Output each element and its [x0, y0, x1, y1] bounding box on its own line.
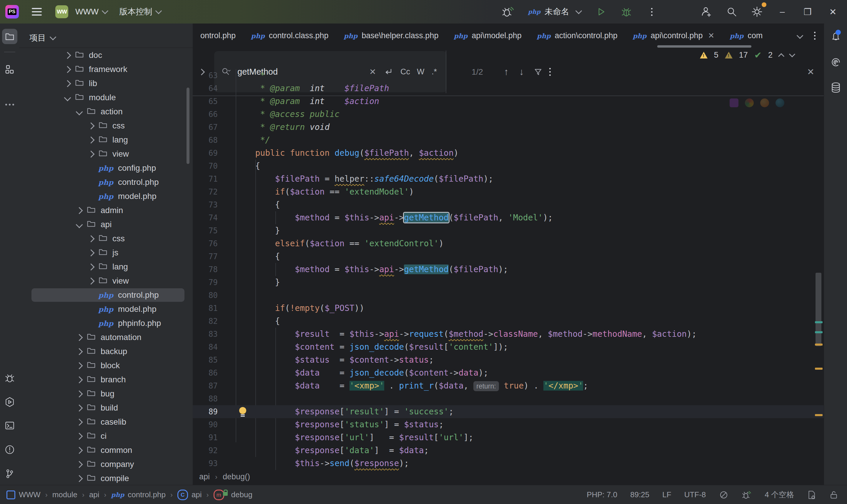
- tree-chevron-icon[interactable]: [87, 263, 94, 270]
- editor-tab-action-control.php[interactable]: phpaction\control.php: [529, 23, 625, 48]
- tree-row-lib[interactable]: lib: [19, 76, 193, 91]
- line-number[interactable]: 64: [193, 82, 218, 95]
- tree-row-doc[interactable]: doc: [19, 48, 193, 62]
- status-widget-unlocked[interactable]: [829, 490, 838, 500]
- tree-row-common[interactable]: common: [19, 443, 193, 457]
- status-widget-UTF-8[interactable]: UTF-8: [684, 490, 706, 499]
- tree-row-bug[interactable]: bug: [19, 387, 193, 401]
- minimize-button[interactable]: –: [774, 7, 791, 17]
- editor-tab-control.class.php[interactable]: phpcontrol.class.php: [243, 23, 336, 48]
- more-toolwindows-button[interactable]: [2, 97, 17, 112]
- tree-row-model.php[interactable]: phpmodel.php: [19, 189, 193, 203]
- line-number[interactable]: 92: [193, 444, 218, 457]
- line-number[interactable]: 74: [193, 211, 218, 224]
- tree-row-view[interactable]: view: [19, 147, 193, 161]
- status-widget-89:25[interactable]: 89:25: [630, 490, 649, 499]
- status-widget-debug-listener[interactable]: [742, 490, 752, 500]
- ai-assistant-button[interactable]: [828, 55, 844, 70]
- warning-mark[interactable]: [815, 367, 823, 370]
- line-number[interactable]: 93: [193, 457, 218, 470]
- line-number[interactable]: 85: [193, 354, 218, 366]
- line-number[interactable]: 70: [193, 160, 218, 173]
- status-widget-LF[interactable]: LF: [662, 490, 671, 499]
- line-number[interactable]: 89: [193, 405, 218, 418]
- line-number[interactable]: 78: [193, 263, 218, 276]
- line-number[interactable]: 91: [193, 431, 218, 444]
- tree-row-lang[interactable]: lang: [19, 133, 193, 147]
- line-number[interactable]: 82: [193, 315, 218, 328]
- editor-tab-api-model.php[interactable]: phpapi\model.php: [446, 23, 529, 48]
- tree-chevron-icon[interactable]: [75, 447, 83, 454]
- tree-chevron-icon[interactable]: [64, 52, 71, 59]
- vertical-scrollbar-thumb[interactable]: [815, 273, 822, 346]
- tree-chevron-icon[interactable]: [75, 108, 83, 115]
- browser-preview-popup[interactable]: [730, 98, 784, 107]
- status-crumb-WWW[interactable]: WWW: [6, 490, 40, 499]
- tree-row-lang[interactable]: lang: [19, 260, 193, 274]
- structure-toolwindow-button[interactable]: [2, 62, 17, 77]
- tree-chevron-icon[interactable]: [87, 249, 94, 256]
- firefox-icon[interactable]: [760, 98, 769, 107]
- line-number[interactable]: 79: [193, 276, 218, 289]
- status-crumb-module[interactable]: module: [52, 490, 77, 499]
- search-match-mark[interactable]: [815, 331, 823, 333]
- tree-row-css[interactable]: css: [19, 232, 193, 246]
- tree-row-control.php[interactable]: phpcontrol.php: [19, 288, 193, 302]
- tree-row-admin[interactable]: admin: [19, 203, 193, 217]
- terminal-toolwindow-button[interactable]: [2, 418, 17, 433]
- error-stripe[interactable]: [814, 69, 824, 469]
- edge-icon[interactable]: [776, 98, 784, 107]
- run-button[interactable]: [593, 3, 609, 20]
- line-number[interactable]: 63: [193, 69, 218, 82]
- run-configuration-selector[interactable]: php 未命名: [525, 3, 584, 20]
- settings-button[interactable]: [749, 3, 765, 20]
- tree-row-css[interactable]: css: [19, 119, 193, 133]
- editor-tab-ontrol.php[interactable]: ontrol.php: [193, 23, 243, 48]
- tree-row-action[interactable]: action: [19, 105, 193, 119]
- tree-chevron-icon[interactable]: [75, 362, 83, 369]
- vcs-widget[interactable]: 版本控制: [117, 3, 163, 20]
- editor-tab-com[interactable]: phpcom: [722, 23, 770, 48]
- line-number[interactable]: 76: [193, 237, 218, 250]
- code-with-me-button[interactable]: [698, 3, 714, 20]
- tree-row-config.php[interactable]: phpconfig.php: [19, 161, 193, 175]
- git-toolwindow-button[interactable]: [2, 466, 17, 481]
- editor-tab-base-helper.class.php[interactable]: phpbase\helper.class.php: [336, 23, 446, 48]
- tree-chevron-icon[interactable]: [75, 418, 83, 426]
- tree-chevron-icon[interactable]: [75, 433, 83, 439]
- search-match-mark[interactable]: [815, 321, 823, 323]
- breadcrumb-debug()[interactable]: debug(): [223, 472, 250, 481]
- tree-row-backup[interactable]: backup: [19, 344, 193, 359]
- more-actions-button[interactable]: [643, 3, 660, 20]
- project-toolwindow-button[interactable]: [2, 29, 17, 44]
- tree-chevron-icon[interactable]: [75, 348, 83, 355]
- line-number[interactable]: 66: [193, 108, 218, 121]
- tree-chevron-icon[interactable]: [64, 80, 71, 87]
- tree-row-caselib[interactable]: caselib: [19, 415, 193, 429]
- debug-button[interactable]: [618, 3, 635, 20]
- status-crumb-debug[interactable]: mdebug: [213, 490, 253, 500]
- line-number[interactable]: 87: [193, 379, 218, 392]
- debug-listener-button[interactable]: [500, 3, 516, 20]
- status-crumb-api[interactable]: api: [89, 490, 100, 499]
- tree-chevron-icon[interactable]: [87, 277, 94, 285]
- line-number[interactable]: 81: [193, 302, 218, 315]
- tree-row-ci[interactable]: ci: [19, 429, 193, 443]
- line-number[interactable]: 73: [193, 198, 218, 211]
- tree-chevron-icon[interactable]: [87, 122, 94, 129]
- warning-mark[interactable]: [815, 414, 823, 416]
- prev-problem-icon[interactable]: [778, 53, 784, 59]
- tab-list-chevron-icon[interactable]: [797, 32, 803, 39]
- tree-chevron-icon[interactable]: [75, 475, 83, 482]
- tree-chevron-icon[interactable]: [75, 461, 83, 468]
- maximize-button[interactable]: ❐: [799, 7, 816, 17]
- next-problem-icon[interactable]: [789, 51, 795, 57]
- tree-chevron-icon[interactable]: [75, 376, 83, 383]
- status-crumb-control.php[interactable]: phpcontrol.php: [111, 490, 166, 499]
- line-number[interactable]: 67: [193, 121, 218, 134]
- line-number[interactable]: 83: [193, 328, 218, 341]
- tree-chevron-icon[interactable]: [64, 66, 71, 73]
- breadcrumb-api[interactable]: api: [199, 472, 210, 481]
- warning-mark[interactable]: [815, 344, 823, 346]
- line-number[interactable]: 80: [193, 289, 218, 302]
